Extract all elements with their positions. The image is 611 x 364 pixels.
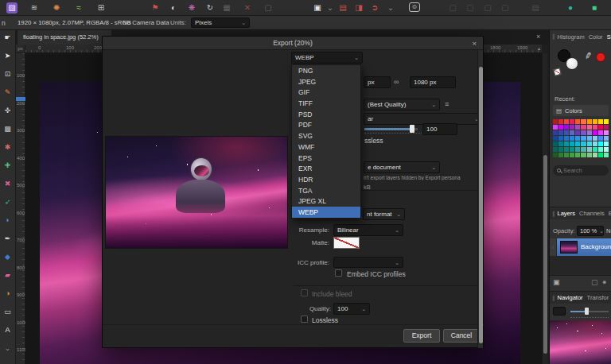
- color-swatch[interactable]: [558, 141, 563, 146]
- assistant-icon[interactable]: ☺: [409, 2, 420, 12]
- search-box[interactable]: [553, 165, 609, 176]
- color-swatch[interactable]: [570, 153, 574, 157]
- clone-tool-icon[interactable]: ✱: [2, 141, 14, 153]
- color-swatch[interactable]: [570, 125, 574, 130]
- color-swatch[interactable]: [587, 130, 592, 135]
- stock-circle-icon[interactable]: ●: [565, 2, 576, 14]
- format-option[interactable]: PSD: [292, 109, 360, 120]
- color-swatch[interactable]: [553, 119, 558, 124]
- pen-tool-icon[interactable]: ✒: [2, 233, 14, 244]
- color-swatch[interactable]: [604, 141, 609, 146]
- color-swatch[interactable]: [553, 141, 558, 146]
- erase-tool-icon[interactable]: ▰: [2, 269, 14, 281]
- color-swatch[interactable]: [558, 147, 563, 152]
- color-swatch[interactable]: [604, 153, 609, 157]
- color-swatch[interactable]: [570, 119, 574, 124]
- node-tool-icon[interactable]: ✜: [2, 105, 14, 116]
- color-swatch[interactable]: [575, 147, 580, 152]
- layer-state-cell[interactable]: ⁞: [550, 238, 557, 256]
- color-swatch[interactable]: [587, 153, 592, 157]
- photo-persona-icon[interactable]: ▨: [6, 2, 18, 14]
- palette-dropdown[interactable]: ▤ Colors: [553, 105, 609, 116]
- color-swatch[interactable]: [564, 136, 569, 141]
- eyedropper-icon[interactable]: ✎: [584, 50, 593, 62]
- color-swatch[interactable]: [575, 130, 580, 135]
- mask-icon[interactable]: ▣: [553, 278, 560, 286]
- healing-tool-icon[interactable]: ✚: [2, 160, 14, 171]
- color-swatch[interactable]: [581, 136, 586, 141]
- color-swatch[interactable]: [570, 141, 574, 146]
- format-option[interactable]: HDR: [292, 174, 360, 185]
- develop-persona-icon[interactable]: ✺: [51, 2, 62, 14]
- dialog-scrollbar[interactable]: [477, 50, 483, 348]
- color-swatch[interactable]: [604, 147, 609, 152]
- color-swatch[interactable]: [598, 147, 603, 152]
- format-option[interactable]: TIFF: [292, 98, 360, 109]
- rectangle-tool-icon[interactable]: ▭: [2, 306, 14, 317]
- color-swatch[interactable]: [587, 125, 592, 130]
- color-swatch[interactable]: [553, 153, 558, 157]
- zoom-slider-thumb[interactable]: [585, 308, 589, 315]
- color-swatch[interactable]: [593, 119, 597, 124]
- tab-transfor[interactable]: Transfor: [587, 294, 609, 301]
- color-swatch[interactable]: [570, 136, 574, 141]
- export-persona-icon[interactable]: ⊞: [95, 2, 107, 14]
- tab-navigator[interactable]: Navigator: [558, 294, 583, 301]
- color-swatch[interactable]: [604, 125, 609, 130]
- color-swatch[interactable]: [553, 136, 558, 141]
- search-input[interactable]: [563, 167, 601, 174]
- color-swatch[interactable]: [570, 147, 574, 152]
- color-swatch[interactable]: [564, 130, 569, 135]
- tone-mapping-persona-icon[interactable]: ≈: [73, 2, 84, 14]
- dialog-titlebar[interactable]: Export (20%): [103, 37, 483, 50]
- color-swatch[interactable]: [570, 130, 574, 135]
- color-swatch[interactable]: [598, 130, 603, 135]
- color-swatch[interactable]: [593, 130, 597, 135]
- color-swatch[interactable]: [581, 153, 586, 157]
- opacity-dropdown[interactable]: 100 % ⌄: [577, 226, 604, 236]
- primary-color-well[interactable]: [566, 57, 578, 70]
- color-swatch[interactable]: [575, 136, 580, 141]
- embed-icc-checkbox[interactable]: [335, 269, 342, 277]
- dodge-tool-icon[interactable]: ◑: [2, 288, 14, 299]
- rotate-view-icon[interactable]: ↻: [204, 2, 216, 14]
- resample-dropdown[interactable]: Bilinear ⌄: [333, 224, 403, 236]
- paint-brush-tool-icon[interactable]: ✎: [2, 87, 14, 98]
- color-swatch[interactable]: [587, 136, 592, 141]
- no-color-swatch[interactable]: [553, 68, 562, 76]
- text-tool-icon[interactable]: A: [2, 324, 14, 335]
- color-swatch[interactable]: [604, 136, 609, 141]
- format-option[interactable]: EXR: [292, 163, 360, 174]
- include-bleed-checkbox[interactable]: [301, 289, 308, 296]
- color-swatch[interactable]: [598, 119, 603, 124]
- format-option[interactable]: JPEG XL: [292, 196, 360, 207]
- color-swatch[interactable]: [598, 153, 603, 157]
- contrast-icon[interactable]: ◐: [168, 2, 179, 14]
- canvas-scrollbar-thumb[interactable]: [543, 155, 547, 354]
- width-unit-field[interactable]: px: [364, 76, 391, 88]
- lossless-checkbox[interactable]: [301, 316, 308, 323]
- color-swatch[interactable]: [575, 125, 580, 130]
- tab-s[interactable]: S: [607, 33, 611, 41]
- pin-chevron-icon[interactable]: ⌄: [385, 2, 396, 14]
- blemish-tool-icon[interactable]: ✖: [2, 178, 14, 189]
- color-swatch[interactable]: [564, 125, 569, 130]
- tabbar-close-icon[interactable]: ×: [536, 33, 540, 41]
- color-swatch[interactable]: [593, 153, 597, 157]
- layer-thumbnail[interactable]: [560, 241, 578, 254]
- marquee-tool-icon[interactable]: ▩: [2, 123, 14, 134]
- dialog-close-icon[interactable]: ×: [472, 39, 477, 48]
- color-swatch[interactable]: [564, 141, 569, 146]
- color-swatch[interactable]: [564, 119, 569, 124]
- tab-color[interactable]: Color: [589, 33, 603, 41]
- color-swatch[interactable]: [558, 130, 563, 135]
- canvas-vertical-scrollbar[interactable]: [542, 53, 547, 364]
- color-swatch[interactable]: [604, 119, 609, 124]
- tab-channels[interactable]: Channels: [579, 210, 605, 217]
- ruler-lock-icon[interactable]: ▴: [538, 45, 540, 51]
- color-swatch[interactable]: [553, 125, 558, 130]
- color-swatch[interactable]: [593, 136, 597, 141]
- color-swatch[interactable]: [581, 147, 586, 152]
- area-dropdown[interactable]: e document ⌄: [364, 161, 440, 173]
- format-option[interactable]: PDF: [292, 119, 360, 130]
